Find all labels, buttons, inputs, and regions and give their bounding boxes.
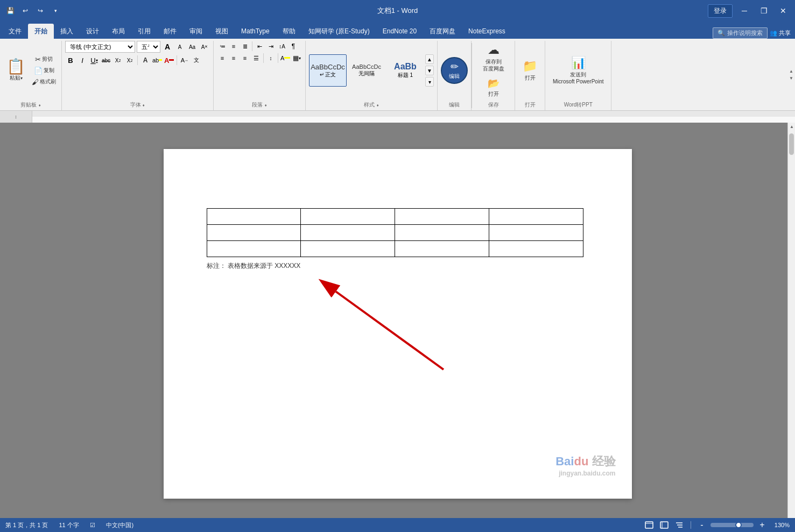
table-cell[interactable] — [395, 224, 489, 240]
sort-button[interactable]: ↕A — [277, 41, 287, 52]
scroll-up-button[interactable]: ▲ — [788, 123, 795, 130]
minimize-button[interactable]: ─ — [737, 3, 752, 18]
zoom-slider[interactable] — [710, 523, 754, 527]
table-cell[interactable] — [207, 224, 301, 240]
format-painter-button[interactable]: 🖌 格式刷 — [30, 76, 58, 87]
char-spacing-button[interactable]: A↔ — [179, 55, 190, 66]
font-size-select[interactable]: 五号 — [137, 41, 160, 53]
outline-view-button[interactable] — [673, 520, 685, 530]
tab-view[interactable]: 视图 — [209, 24, 235, 39]
line-spacing-button[interactable]: ↕ — [265, 53, 276, 63]
zoom-in-button[interactable]: + — [757, 520, 768, 530]
document-table[interactable] — [207, 208, 583, 257]
decrease-indent-button[interactable]: ⇤ — [254, 41, 265, 52]
tab-references[interactable]: 引用 — [131, 24, 157, 39]
text-highlight-button[interactable]: ab — [152, 55, 163, 66]
tab-insert[interactable]: 插入 — [54, 24, 80, 39]
font-color-button[interactable]: A — [164, 55, 174, 66]
cut-button[interactable]: ✂ 剪切 — [30, 54, 58, 65]
align-left-button[interactable]: ≡ — [217, 53, 228, 63]
numbering-button[interactable]: ≡ — [228, 41, 239, 52]
proofread-icon[interactable]: ☑ — [90, 522, 95, 529]
decrease-font-size-button[interactable]: A — [174, 41, 185, 52]
close-button[interactable]: ✕ — [776, 3, 791, 18]
document-area[interactable]: ▲ ▼ — [0, 123, 795, 532]
center-button[interactable]: ≡ — [228, 53, 239, 63]
customize-qat-icon[interactable]: ▾ — [50, 5, 61, 17]
shading-button[interactable]: A — [280, 53, 291, 63]
bold-button[interactable]: B — [65, 55, 76, 66]
show-hide-button[interactable]: ¶ — [288, 41, 299, 52]
search-box[interactable]: 🔍 操作说明搜索 — [713, 27, 768, 39]
share-button[interactable]: 👥 共享 — [770, 29, 791, 37]
save-icon[interactable]: 💾 — [4, 5, 16, 17]
table-cell[interactable] — [301, 224, 395, 240]
tab-home[interactable]: 开始 — [28, 24, 54, 39]
tab-baidu[interactable]: 百度网盘 — [423, 24, 462, 39]
web-layout-button[interactable] — [658, 520, 670, 530]
table-cell[interactable] — [301, 208, 395, 224]
font-name-select[interactable]: 等线 (中文正文) — [65, 41, 135, 53]
redo-icon[interactable]: ↪ — [34, 5, 46, 17]
table-cell[interactable] — [395, 240, 489, 257]
zoom-out-button[interactable]: - — [696, 520, 707, 530]
tab-mathtype[interactable]: MathType — [235, 24, 276, 39]
style-scroll-up-button[interactable]: ▲ — [425, 54, 434, 64]
superscript-button[interactable]: X2 — [124, 55, 135, 66]
table-cell[interactable] — [489, 224, 583, 240]
style-no-spacing[interactable]: AaBbCcDc 无间隔 — [348, 54, 385, 87]
save-to-cloud-button[interactable]: ☁ 保存到 百度网盘 — [479, 41, 509, 74]
restore-button[interactable]: ❐ — [756, 3, 771, 18]
paste-button[interactable]: 📋 粘贴▾ — [3, 58, 29, 83]
table-cell[interactable] — [395, 208, 489, 224]
open-button[interactable]: 📂 打开 — [483, 75, 504, 100]
subscript-button[interactable]: X2 — [112, 55, 123, 66]
send-to-ppt-button[interactable]: 📊 发送到 Microsoft PowerPoint — [548, 54, 608, 87]
tab-file[interactable]: 文件 — [2, 24, 28, 39]
tab-mailings[interactable]: 邮件 — [157, 24, 183, 39]
multilevel-button[interactable]: ≣ — [240, 41, 250, 52]
change-case-button[interactable]: Aa — [187, 41, 198, 52]
table-cell[interactable] — [489, 240, 583, 257]
ribbon-scroll-down[interactable]: ▼ — [788, 75, 794, 82]
undo-icon[interactable]: ↩ — [19, 5, 31, 17]
phonetic-guide-button[interactable]: 文 — [191, 55, 202, 66]
tab-layout[interactable]: 布局 — [105, 24, 131, 39]
align-right-button[interactable]: ≡ — [240, 53, 250, 63]
underline-button[interactable]: U▾ — [89, 55, 100, 66]
paste-label: 粘贴▾ — [10, 74, 23, 82]
tab-cnki[interactable]: 知网研学 (原E-Study) — [302, 24, 376, 39]
scroll-track[interactable] — [788, 130, 795, 532]
tab-help[interactable]: 帮助 — [276, 24, 302, 39]
table-cell[interactable] — [207, 208, 301, 224]
open2-button[interactable]: 📁 打开 — [518, 57, 541, 84]
login-button[interactable]: 登录 — [708, 4, 733, 18]
ribbon-scroll-up[interactable]: ▲ — [788, 68, 794, 75]
borders-button[interactable]: ▦▾ — [291, 53, 302, 63]
bullets-button[interactable]: ≔ — [217, 41, 228, 52]
tab-endnote[interactable]: EndNote 20 — [376, 24, 423, 39]
increase-font-size-button[interactable]: A — [162, 41, 173, 52]
copy-button[interactable]: 📄 复制 — [30, 65, 58, 76]
zoom-slider-thumb[interactable] — [735, 522, 742, 528]
italic-button[interactable]: I — [77, 55, 88, 66]
tab-design[interactable]: 设计 — [80, 24, 105, 39]
style-more-button[interactable]: ▾ — [425, 77, 434, 87]
style-normal[interactable]: AaBbCcDc ↵ 正文 — [309, 54, 347, 87]
scroll-thumb[interactable] — [789, 133, 794, 155]
text-effect-button[interactable]: A — [140, 55, 151, 66]
print-layout-button[interactable] — [643, 520, 655, 530]
justify-button[interactable]: ☰ — [251, 53, 262, 63]
divider — [137, 55, 138, 65]
table-cell[interactable] — [301, 240, 395, 257]
tab-noteexpress[interactable]: NoteExpress — [462, 24, 512, 39]
increase-indent-button[interactable]: ⇥ — [265, 41, 276, 52]
style-scroll-down-button[interactable]: ▼ — [425, 66, 434, 75]
style-heading1[interactable]: AaBb 标题 1 — [386, 54, 424, 87]
clear-format-button[interactable]: A✕ — [199, 41, 210, 52]
tab-review[interactable]: 审阅 — [183, 24, 209, 39]
table-cell[interactable] — [207, 240, 301, 257]
editing-button[interactable]: ✏ 编辑 — [441, 57, 468, 84]
strikethrough-button[interactable]: abc — [101, 55, 111, 66]
table-cell[interactable] — [489, 208, 583, 224]
